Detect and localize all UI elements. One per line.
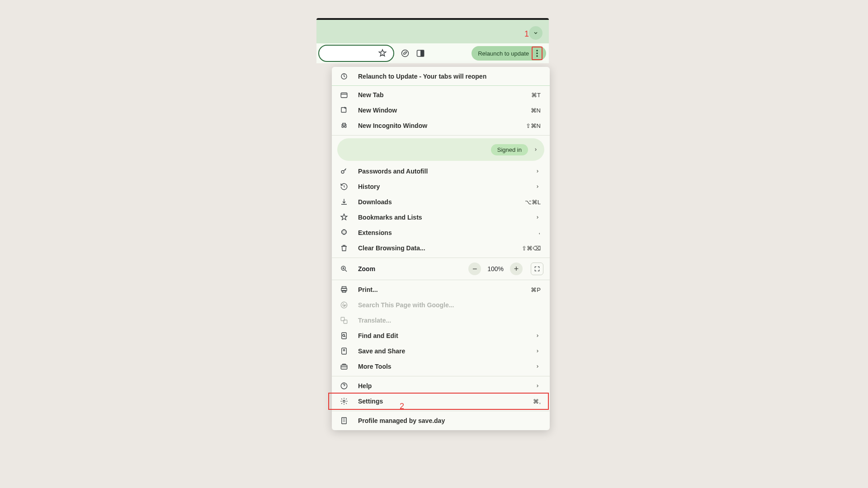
relaunch-chip-label: Relaunch to update: [478, 50, 529, 57]
menu-save-share[interactable]: Save and Share: [332, 343, 550, 359]
menu-label: Print...: [358, 286, 522, 293]
svg-rect-7: [341, 93, 347, 98]
leaf-icon[interactable]: [401, 49, 410, 58]
annotation-2: 2: [400, 402, 404, 411]
svg-point-24: [343, 400, 345, 403]
menu-label: Bookmarks and Lists: [358, 214, 525, 221]
menu-help[interactable]: Help: [332, 378, 550, 394]
menu-label: Profile managed by save.day: [358, 417, 541, 424]
menu-more-tools[interactable]: More Tools: [332, 359, 550, 374]
chevron-right-icon: [534, 349, 541, 353]
svg-point-10: [344, 126, 346, 127]
annotation-1: 1: [524, 29, 529, 39]
chevron-right-icon: [533, 147, 538, 152]
menu-print[interactable]: Print... ⌘P: [332, 282, 550, 297]
menu-label: Translate...: [358, 317, 541, 324]
chevron-right-icon: [534, 169, 541, 174]
menu-new-tab[interactable]: New Tab ⌘T: [332, 87, 550, 103]
menu-extensions[interactable]: Extensions: [332, 225, 550, 240]
chevron-right-icon: [534, 333, 541, 338]
menu-passwords[interactable]: Passwords and Autofill: [332, 164, 550, 179]
help-icon: [339, 382, 349, 390]
relaunch-update-chip[interactable]: Relaunch to update: [472, 46, 546, 61]
chrome-menu-button[interactable]: [532, 47, 542, 60]
menu-label: New Window: [358, 107, 522, 114]
new-window-icon: [339, 106, 349, 114]
menu-label: Relaunch to Update - Your tabs will reop…: [358, 73, 541, 80]
menu-relaunch-update[interactable]: Relaunch to Update - Your tabs will reop…: [332, 69, 550, 84]
browser-window: Relaunch to update: [316, 18, 549, 63]
svg-point-4: [536, 52, 538, 54]
zoom-icon: [339, 265, 349, 273]
svg-point-0: [402, 50, 409, 57]
menu-history[interactable]: History: [332, 179, 550, 194]
chevron-right-icon: [534, 215, 541, 220]
google-icon: [339, 301, 349, 309]
trash-icon: [339, 244, 349, 252]
fullscreen-button[interactable]: [531, 263, 543, 275]
menu-zoom: Zoom − 100% +: [332, 260, 550, 278]
menu-shortcut: ⌘,: [533, 398, 541, 405]
menu-find-edit[interactable]: Find and Edit: [332, 328, 550, 343]
menu-label: Find and Edit: [358, 332, 525, 339]
svg-point-9: [342, 126, 344, 127]
zoom-out-button[interactable]: −: [468, 263, 481, 275]
svg-point-11: [341, 171, 344, 174]
menu-divider: [332, 135, 550, 136]
menu-shortcut: ⌥⌘L: [525, 199, 541, 206]
menu-label: History: [358, 183, 525, 190]
zoom-in-button[interactable]: +: [510, 263, 523, 275]
menu-divider: [332, 85, 550, 86]
chrome-menu-dropdown: Relaunch to Update - Your tabs will reop…: [332, 67, 550, 430]
svg-rect-25: [342, 418, 347, 424]
print-icon: [339, 286, 349, 294]
menu-translate: Translate...: [332, 313, 550, 328]
svg-point-5: [536, 55, 538, 56]
menu-shortcut: ⇧⌘⌫: [522, 245, 541, 252]
key-icon: [339, 167, 349, 175]
menu-label: New Incognito Window: [358, 122, 517, 129]
building-icon: [339, 417, 349, 425]
incognito-icon: [339, 122, 349, 130]
star-icon: [339, 213, 349, 221]
menu-divider: [332, 376, 550, 376]
menu-new-window[interactable]: New Window ⌘N: [332, 103, 550, 118]
svg-rect-22: [341, 365, 347, 369]
gear-icon: [339, 397, 349, 405]
zoom-value: 100%: [487, 265, 504, 272]
menu-label: Clear Browsing Data...: [358, 244, 513, 252]
share-icon: [339, 347, 349, 355]
menu-profile-row[interactable]: Signed in: [337, 138, 544, 161]
menu-divider: [332, 280, 550, 280]
toolbox-icon: [339, 362, 349, 371]
bookmark-star-icon[interactable]: [378, 49, 387, 58]
menu-label: Passwords and Autofill: [358, 168, 525, 175]
menu-incognito[interactable]: New Incognito Window ⇧⌘N: [332, 118, 550, 133]
menu-divider: [332, 258, 550, 258]
extension-icon: [339, 229, 349, 237]
svg-rect-2: [421, 50, 424, 56]
menu-divider: [332, 411, 550, 411]
signed-in-chip: Signed in: [491, 144, 528, 155]
svg-rect-19: [342, 333, 347, 339]
menu-label: Save and Share: [358, 347, 525, 355]
menu-settings[interactable]: Settings ⌘,: [332, 394, 550, 409]
chevron-right-icon: [534, 384, 541, 388]
menu-label: Extensions: [358, 229, 525, 236]
menu-bookmarks[interactable]: Bookmarks and Lists: [332, 210, 550, 225]
menu-downloads[interactable]: Downloads ⌥⌘L: [332, 194, 550, 210]
menu-label: New Tab: [358, 91, 522, 99]
download-icon: [339, 198, 349, 206]
address-bar[interactable]: [318, 45, 394, 62]
menu-clear-data[interactable]: Clear Browsing Data... ⇧⌘⌫: [332, 240, 550, 256]
profile-blurred-area: [337, 138, 486, 161]
browser-toolbar: Relaunch to update: [316, 43, 549, 63]
menu-label: Zoom: [358, 265, 459, 272]
tab-list-button[interactable]: [529, 26, 542, 40]
tab-strip: [316, 20, 549, 43]
menu-managed-profile[interactable]: Profile managed by save.day: [332, 413, 550, 428]
menu-shortcut: ⌘P: [531, 286, 541, 293]
sidepanel-icon[interactable]: [416, 49, 425, 58]
find-icon: [339, 332, 349, 340]
menu-shortcut: ⌘T: [531, 92, 541, 99]
